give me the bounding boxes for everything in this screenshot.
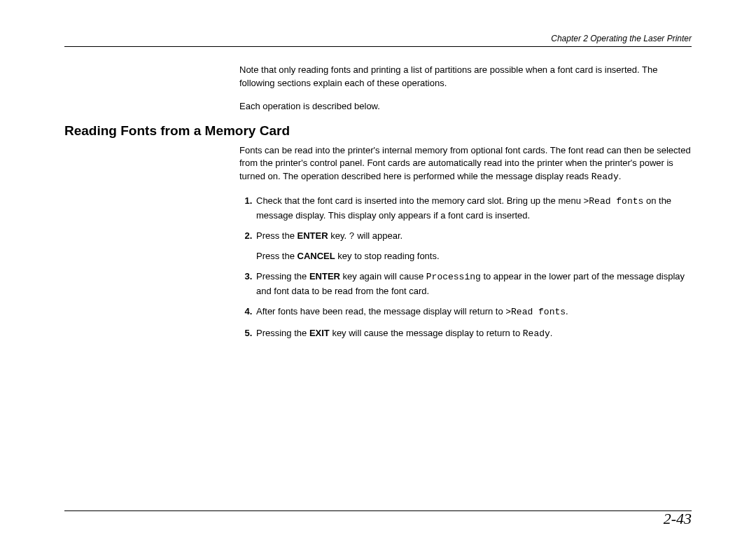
intro-p2: Each operation is described below. bbox=[239, 100, 692, 113]
step2-d: Press the bbox=[256, 251, 298, 261]
step2-q-code: ? bbox=[349, 231, 355, 242]
step5-b: key will cause the message display to re… bbox=[330, 328, 523, 338]
step5-a: Pressing the bbox=[256, 328, 309, 338]
step2-a: Press the bbox=[256, 230, 298, 241]
step3-proc-code: Processing bbox=[426, 272, 481, 282]
page-number: 2-43 bbox=[664, 510, 692, 528]
step2-c: will appear. bbox=[355, 230, 403, 241]
step-1: Check that the font card is inserted int… bbox=[255, 194, 692, 222]
step1-menu-code: >Read fonts bbox=[584, 196, 644, 207]
body-column: Fonts can be read into the printer's int… bbox=[239, 144, 692, 341]
step3-enter-key: ENTER bbox=[309, 271, 340, 282]
step2-e: key to stop reading fonts. bbox=[335, 251, 440, 261]
section-heading: Reading Fonts from a Memory Card bbox=[64, 123, 692, 139]
step3-b: key again will cause bbox=[340, 271, 426, 282]
step4-a: After fonts have been read, the message … bbox=[256, 306, 505, 317]
step5-exit-key: EXIT bbox=[309, 328, 330, 338]
step1-a: Check that the font card is inserted int… bbox=[256, 195, 584, 206]
step2-b: key. bbox=[328, 230, 349, 241]
page: Chapter 2 Operating the Laser Printer No… bbox=[0, 0, 756, 535]
lead-text-b: . bbox=[619, 171, 622, 181]
running-head: Chapter 2 Operating the Laser Printer bbox=[64, 34, 692, 47]
step-2: Press the ENTER key. ? will appear. Pres… bbox=[255, 229, 692, 263]
step-5: Pressing the EXIT key will cause the mes… bbox=[255, 326, 692, 341]
intro-p1: Note that only reading fonts and printin… bbox=[239, 64, 692, 90]
step3-a: Pressing the bbox=[256, 271, 309, 282]
step4-menu-code: >Read fonts bbox=[505, 307, 566, 317]
step5-c: . bbox=[550, 328, 553, 338]
step2-enter-key: ENTER bbox=[298, 230, 328, 241]
step2-cancel-key: CANCEL bbox=[298, 251, 335, 261]
lead-ready-code: Ready bbox=[592, 172, 619, 182]
step-4: After fonts have been read, the message … bbox=[255, 305, 692, 319]
intro-block: Note that only reading fonts and printin… bbox=[239, 64, 692, 113]
steps-list: Check that the font card is inserted int… bbox=[239, 194, 692, 340]
footer-rule bbox=[64, 510, 692, 511]
step4-b: . bbox=[566, 306, 568, 317]
step5-ready-code: Ready bbox=[523, 328, 550, 339]
section-lead: Fonts can be read into the printer's int… bbox=[239, 144, 692, 185]
lead-text-a: Fonts can be read into the printer's int… bbox=[239, 145, 691, 182]
step-3: Pressing the ENTER key again will cause … bbox=[255, 270, 692, 298]
